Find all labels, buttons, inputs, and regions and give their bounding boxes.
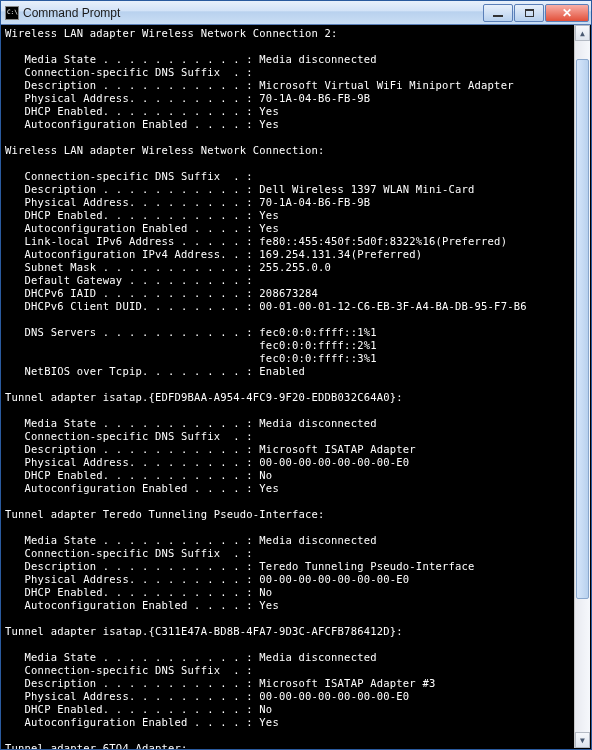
terminal-line: Physical Address. . . . . . . . . : 00-0… xyxy=(5,573,571,586)
terminal-line: DHCP Enabled. . . . . . . . . . . : No xyxy=(5,703,571,716)
terminal[interactable]: Wireless LAN adapter Wireless Network Co… xyxy=(1,25,591,749)
terminal-line: Description . . . . . . . . . . . : Dell… xyxy=(5,183,571,196)
terminal-line: DHCP Enabled. . . . . . . . . . . : Yes xyxy=(5,105,571,118)
terminal-line: Autoconfiguration Enabled . . . . : Yes xyxy=(5,222,571,235)
terminal-line: Physical Address. . . . . . . . . : 00-0… xyxy=(5,456,571,469)
chevron-up-icon: ▲ xyxy=(580,29,585,38)
minimize-icon xyxy=(493,15,503,17)
vertical-scrollbar[interactable]: ▲ ▼ xyxy=(574,25,590,748)
scroll-down-button[interactable]: ▼ xyxy=(575,732,590,748)
terminal-line: Tunnel adapter isatap.{C311E47A-BD8B-4FA… xyxy=(5,625,571,638)
terminal-line xyxy=(5,612,571,625)
terminal-line xyxy=(5,521,571,534)
terminal-line: Tunnel adapter Teredo Tunneling Pseudo-I… xyxy=(5,508,571,521)
terminal-line: Connection-specific DNS Suffix . : xyxy=(5,430,571,443)
terminal-line: NetBIOS over Tcpip. . . . . . . . : Enab… xyxy=(5,365,571,378)
terminal-line: Wireless LAN adapter Wireless Network Co… xyxy=(5,27,571,40)
terminal-content: Wireless LAN adapter Wireless Network Co… xyxy=(5,27,571,749)
terminal-line: Physical Address. . . . . . . . . : 70-1… xyxy=(5,92,571,105)
window-title: Command Prompt xyxy=(23,6,120,20)
command-prompt-window: Command Prompt ✕ Wireless LAN adapter Wi… xyxy=(0,0,592,750)
terminal-line: DHCP Enabled. . . . . . . . . . . : No xyxy=(5,469,571,482)
terminal-line: Media State . . . . . . . . . . . : Medi… xyxy=(5,534,571,547)
terminal-line: fec0:0:0:ffff::3%1 xyxy=(5,352,571,365)
terminal-line: fec0:0:0:ffff::2%1 xyxy=(5,339,571,352)
window-controls: ✕ xyxy=(483,4,589,22)
terminal-line xyxy=(5,131,571,144)
terminal-line xyxy=(5,638,571,651)
maximize-button[interactable] xyxy=(514,4,544,22)
terminal-line: Subnet Mask . . . . . . . . . . . : 255.… xyxy=(5,261,571,274)
terminal-line: Autoconfiguration Enabled . . . . : Yes xyxy=(5,118,571,131)
scroll-thumb[interactable] xyxy=(576,59,589,599)
terminal-line: Media State . . . . . . . . . . . : Medi… xyxy=(5,651,571,664)
minimize-button[interactable] xyxy=(483,4,513,22)
terminal-line: Tunnel adapter isatap.{EDFD9BAA-A954-4FC… xyxy=(5,391,571,404)
terminal-line: DHCP Enabled. . . . . . . . . . . : No xyxy=(5,586,571,599)
terminal-line: Link-local IPv6 Address . . . . . : fe80… xyxy=(5,235,571,248)
terminal-line xyxy=(5,40,571,53)
terminal-line: DHCPv6 IAID . . . . . . . . . . . : 2086… xyxy=(5,287,571,300)
terminal-line xyxy=(5,157,571,170)
terminal-line: Description . . . . . . . . . . . : Micr… xyxy=(5,443,571,456)
app-icon xyxy=(5,6,19,20)
scroll-up-button[interactable]: ▲ xyxy=(575,25,590,41)
terminal-line: DNS Servers . . . . . . . . . . . : fec0… xyxy=(5,326,571,339)
terminal-line: Tunnel adapter 6TO4 Adapter: xyxy=(5,742,571,749)
terminal-line: Connection-specific DNS Suffix . : xyxy=(5,66,571,79)
titlebar[interactable]: Command Prompt ✕ xyxy=(1,1,591,25)
terminal-line xyxy=(5,495,571,508)
terminal-line: Autoconfiguration Enabled . . . . : Yes xyxy=(5,716,571,729)
terminal-line: Media State . . . . . . . . . . . : Medi… xyxy=(5,417,571,430)
chevron-down-icon: ▼ xyxy=(580,736,585,745)
terminal-line: Description . . . . . . . . . . . : Tere… xyxy=(5,560,571,573)
terminal-line: Description . . . . . . . . . . . : Micr… xyxy=(5,79,571,92)
scroll-track[interactable] xyxy=(575,41,590,732)
terminal-line xyxy=(5,404,571,417)
terminal-line: Autoconfiguration Enabled . . . . : Yes xyxy=(5,599,571,612)
terminal-line: Physical Address. . . . . . . . . : 70-1… xyxy=(5,196,571,209)
close-icon: ✕ xyxy=(562,6,572,20)
terminal-line: Description . . . . . . . . . . . : Micr… xyxy=(5,677,571,690)
terminal-line: Physical Address. . . . . . . . . : 00-0… xyxy=(5,690,571,703)
terminal-line: Connection-specific DNS Suffix . : xyxy=(5,664,571,677)
terminal-line: Autoconfiguration Enabled . . . . : Yes xyxy=(5,482,571,495)
terminal-line xyxy=(5,729,571,742)
terminal-line: Wireless LAN adapter Wireless Network Co… xyxy=(5,144,571,157)
close-button[interactable]: ✕ xyxy=(545,4,589,22)
terminal-line: DHCP Enabled. . . . . . . . . . . : Yes xyxy=(5,209,571,222)
terminal-line xyxy=(5,313,571,326)
terminal-line: DHCPv6 Client DUID. . . . . . . . : 00-0… xyxy=(5,300,571,313)
titlebar-left: Command Prompt xyxy=(5,6,120,20)
terminal-line: Connection-specific DNS Suffix . : xyxy=(5,547,571,560)
terminal-line: Connection-specific DNS Suffix . : xyxy=(5,170,571,183)
maximize-icon xyxy=(525,9,534,17)
terminal-line: Default Gateway . . . . . . . . . : xyxy=(5,274,571,287)
terminal-line: Media State . . . . . . . . . . . : Medi… xyxy=(5,53,571,66)
terminal-line xyxy=(5,378,571,391)
terminal-line: Autoconfiguration IPv4 Address. . : 169.… xyxy=(5,248,571,261)
